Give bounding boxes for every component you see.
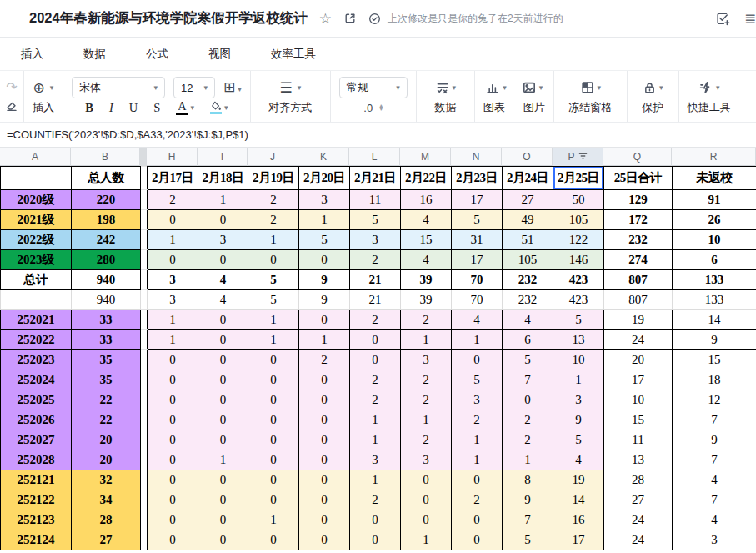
cell[interactable]: 232 [604,230,673,250]
cell[interactable]: 7 [673,410,756,430]
cell[interactable]: 133 [673,290,756,310]
cell[interactable]: 0 [503,390,553,410]
insert-label[interactable]: 插入 [33,100,54,115]
cell[interactable]: 3 [401,450,452,470]
cell[interactable]: 0 [198,510,248,530]
cell[interactable]: 3 [198,230,248,250]
cell[interactable]: 1 [452,330,503,350]
cell[interactable]: 0 [299,310,350,330]
cell[interactable]: 4 [553,450,604,470]
cell[interactable]: 232 [503,290,553,310]
cell[interactable]: 0 [299,390,350,410]
cell[interactable]: 423 [553,290,604,310]
column-header-N[interactable]: N [451,148,502,166]
cell[interactable]: 6 [503,330,553,350]
cell[interactable]: 3 [401,350,452,370]
formula-text[interactable]: =COUNTIFS('2023'!$D:$D,$A33,'2023'!$J:$J… [7,128,248,141]
cell[interactable]: 940 [72,270,141,290]
cell[interactable]: 5 [452,210,503,230]
picture-button[interactable]: ▾ [522,80,543,95]
cell[interactable]: 0 [452,470,503,490]
freeze-label[interactable]: 冻结窗格 [568,100,612,115]
cell[interactable]: 2 [503,430,553,450]
cell[interactable]: 133 [673,270,756,290]
cell[interactable]: 4 [673,510,756,530]
cell[interactable]: 0 [148,210,198,230]
cell[interactable]: 9 [299,270,350,290]
cell[interactable]: 252027 [1,430,72,450]
cell[interactable]: 2月20日 [299,167,350,190]
cell[interactable]: 5 [503,530,553,550]
cell[interactable]: 129 [604,190,673,210]
cell[interactable]: 252023 [1,350,72,370]
chart-label[interactable]: 图表 [483,100,505,115]
cell[interactable]: 4 [401,250,452,270]
cell[interactable]: 22 [72,410,141,430]
cell[interactable]: 10 [604,390,673,410]
cell[interactable]: 0 [198,530,248,550]
cell[interactable]: 0 [248,490,299,510]
cell[interactable]: 0 [299,510,350,530]
cell[interactable]: 17 [553,530,604,550]
quick-tools-button[interactable]: ▾ [698,80,720,95]
cell[interactable]: 15 [673,350,756,370]
font-family-select[interactable]: 宋体 ▾ [72,77,165,98]
cell[interactable]: 1 [148,230,198,250]
cell[interactable]: 17 [452,190,503,210]
cell[interactable]: 2 [503,410,553,430]
cell[interactable]: 0 [299,250,350,270]
cell[interactable]: 35 [72,350,141,370]
cell[interactable]: 280 [72,250,141,270]
cell[interactable]: 22 [72,390,141,410]
cell[interactable]: 4 [198,290,248,310]
cell[interactable]: 1 [148,330,198,350]
cell[interactable]: 20 [72,430,141,450]
cell[interactable]: 0 [350,510,401,530]
cell[interactable]: 1 [248,510,299,530]
formula-bar[interactable]: =COUNTIFS('2023'!$D:$D,$A33,'2023'!$J:$J… [0,123,756,148]
italic-button[interactable]: I [109,101,113,115]
cell[interactable]: 0 [148,250,198,270]
column-header-K[interactable]: K [298,148,349,166]
column-header-P[interactable]: P [553,148,603,166]
cell[interactable]: 1 [299,210,350,230]
cell[interactable] [1,290,72,310]
cell[interactable]: 2月18日 [198,167,248,190]
cell[interactable]: 0 [248,470,299,490]
cell[interactable]: 0 [248,350,299,370]
cell[interactable]: 4 [452,310,503,330]
cell[interactable]: 50 [553,190,604,210]
cell[interactable]: 0 [198,410,248,430]
cell[interactable]: 0 [148,410,198,430]
cell[interactable]: 0 [198,350,248,370]
cell[interactable]: 2022级 [1,230,72,250]
cell[interactable]: 3 [553,390,604,410]
cell[interactable]: 940 [72,290,141,310]
cell[interactable]: 17 [452,250,503,270]
cell[interactable]: 27 [604,490,673,510]
cell[interactable]: 7 [673,450,756,470]
cell[interactable]: 9 [673,430,756,450]
cell[interactable]: 0 [248,430,299,450]
spin-down-icon[interactable]: ▾ [379,108,383,111]
cell[interactable]: 807 [604,290,673,310]
redo-icon[interactable]: ↷ [6,81,17,94]
cell[interactable]: 25日合计 [604,167,673,190]
underline-button[interactable]: U [129,101,138,115]
cell[interactable]: 2月19日 [248,167,299,190]
cell[interactable]: 0 [148,510,198,530]
eraser-icon[interactable] [5,99,18,115]
cell[interactable]: 2 [401,390,452,410]
cell[interactable]: 0 [248,530,299,550]
cell[interactable]: 0 [198,310,248,330]
menu-data[interactable]: 数据 [83,47,106,62]
cell[interactable]: 0 [148,370,198,390]
cell[interactable]: 252124 [1,530,72,550]
cell[interactable]: 总人数 [72,167,141,190]
cell[interactable]: 198 [72,210,141,230]
cell[interactable]: 6 [673,250,756,270]
cell[interactable]: 0 [248,410,299,430]
cell[interactable]: 423 [553,270,604,290]
cell[interactable]: 252026 [1,410,72,430]
cell[interactable]: 16 [401,190,452,210]
